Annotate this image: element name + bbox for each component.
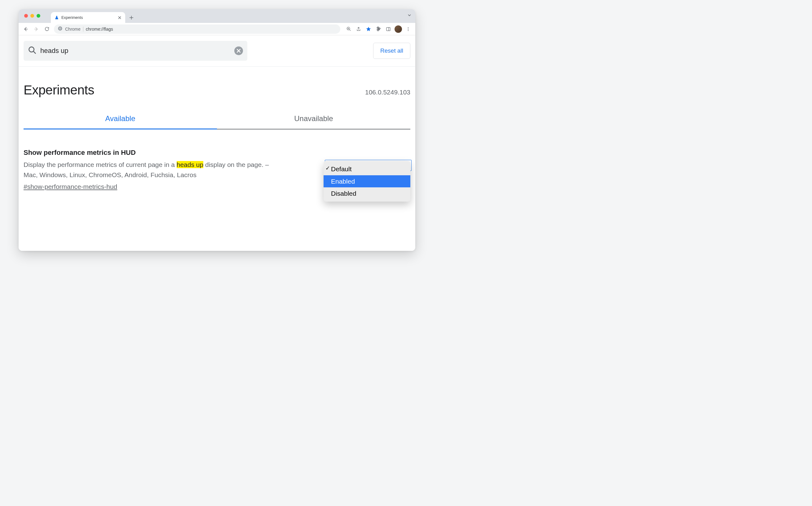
tab-available[interactable]: Available xyxy=(23,110,217,130)
page-title: Experiments xyxy=(23,83,94,97)
browser-window: Experiments Chrome chrome:/ xyxy=(19,9,415,251)
tab-title: Experiments xyxy=(61,15,115,20)
toolbar-actions xyxy=(344,24,413,34)
flag-dropdown: Default Enabled Disabled xyxy=(323,161,410,201)
omnibox-divider xyxy=(83,27,83,31)
chrome-version: 106.0.5249.103 xyxy=(365,89,410,96)
flag-item: Show performance metrics in HUD Display … xyxy=(23,149,410,190)
forward-button[interactable] xyxy=(31,24,41,34)
address-bar[interactable]: Chrome chrome://flags xyxy=(54,24,340,34)
search-field-wrap xyxy=(23,41,247,61)
zoom-icon[interactable] xyxy=(344,24,353,34)
flag-tabs: Available Unavailable xyxy=(23,110,410,130)
search-highlight: heads up xyxy=(177,161,203,168)
flag-anchor-link[interactable]: #show-performance-metrics-hud xyxy=(23,183,117,190)
search-input[interactable] xyxy=(40,47,231,55)
chrome-icon xyxy=(58,26,63,32)
back-button[interactable] xyxy=(21,24,30,34)
share-icon[interactable] xyxy=(354,24,363,34)
flags-body: Experiments 106.0.5249.103 Available Una… xyxy=(19,67,415,203)
reload-button[interactable] xyxy=(42,24,52,34)
toolbar: Chrome chrome://flags xyxy=(19,23,415,35)
svg-point-6 xyxy=(408,28,409,29)
close-tab-button[interactable] xyxy=(117,15,122,20)
extensions-icon[interactable] xyxy=(374,24,383,34)
svg-point-2 xyxy=(60,28,61,29)
tab-strip: Experiments xyxy=(19,9,415,23)
option-enabled[interactable]: Enabled xyxy=(323,175,410,188)
flag-desc-pre: Display the performance metrics of curre… xyxy=(23,161,177,168)
tab-overflow-button[interactable] xyxy=(407,13,412,19)
flag-description: Display the performance metrics of curre… xyxy=(23,160,281,180)
flags-header: Reset all xyxy=(19,35,415,67)
svg-rect-4 xyxy=(386,27,390,31)
search-icon xyxy=(28,46,36,56)
browser-tab[interactable]: Experiments xyxy=(51,12,125,23)
profile-avatar[interactable] xyxy=(393,24,403,34)
option-default[interactable]: Default xyxy=(323,163,410,175)
flags-page: Reset all Experiments 106.0.5249.103 Ava… xyxy=(19,35,415,251)
new-tab-button[interactable] xyxy=(127,13,136,22)
reset-all-button[interactable]: Reset all xyxy=(373,43,410,59)
svg-point-7 xyxy=(408,30,409,31)
bookmark-star-icon[interactable] xyxy=(364,24,373,34)
window-controls xyxy=(24,14,40,18)
kebab-menu-icon[interactable] xyxy=(403,24,413,34)
svg-point-5 xyxy=(408,27,409,28)
fullscreen-window-button[interactable] xyxy=(36,14,40,18)
close-window-button[interactable] xyxy=(24,14,28,18)
option-disabled[interactable]: Disabled xyxy=(323,187,410,200)
clear-search-button[interactable] xyxy=(234,47,243,55)
flag-title: Show performance metrics in HUD xyxy=(23,149,311,157)
side-panel-icon[interactable] xyxy=(384,24,393,34)
omnibox-url: chrome://flags xyxy=(86,27,113,31)
flask-icon xyxy=(55,15,59,20)
omnibox-chip: Chrome xyxy=(65,27,81,31)
minimize-window-button[interactable] xyxy=(30,14,34,18)
tab-unavailable[interactable]: Unavailable xyxy=(217,110,410,130)
